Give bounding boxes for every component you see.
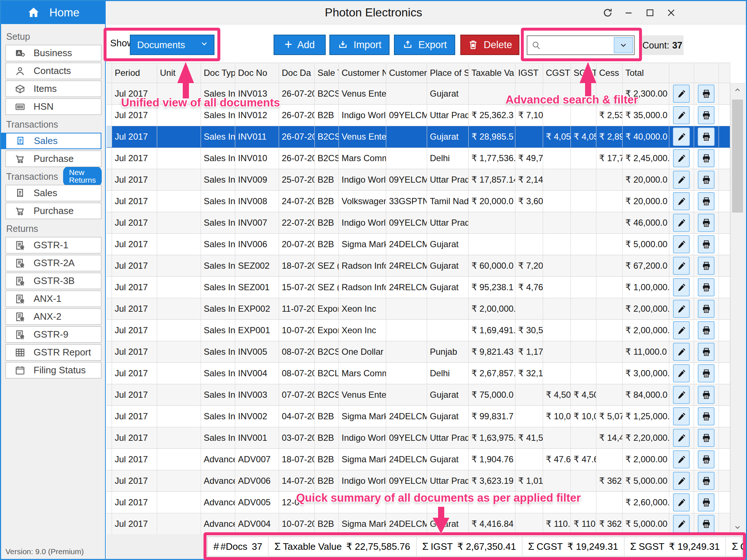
table-row[interactable]: Jul 2017Sales InvINV01026-07-20B2CSMars … [107,148,730,169]
edit-row-button[interactable] [673,321,690,339]
sidebar-item-gstr-9[interactable]: GSTR-9 [5,326,101,343]
print-row-button[interactable] [698,472,715,490]
column-header-period[interactable]: Period [112,63,157,83]
edit-row-button[interactable] [673,106,690,124]
sidebar-item-items[interactable]: Items [5,81,101,97]
print-row-button[interactable] [698,407,715,425]
print-row-button[interactable] [698,235,715,253]
print-row-button[interactable] [698,493,715,512]
sidebar-item-filing-status[interactable]: Filing Status [5,362,101,378]
print-row-button[interactable] [698,429,715,447]
print-row-button[interactable] [698,278,715,296]
print-row-button[interactable] [698,515,715,533]
column-header-cess[interactable]: Cess [596,63,622,83]
table-row[interactable]: Jul 2017Sales InvINV00722-07-20B2BIndigo… [107,212,730,234]
column-header-customer-gstin[interactable]: Customer [386,63,427,83]
table-row[interactable]: Jul 2017Sales InvEXP00110-07-20ExportXeo… [107,320,730,341]
table-row[interactable]: Jul 2017AdvanceADV00410-07-20B2BSigma Ma… [107,513,730,534]
table-row[interactable]: Jul 2017Sales InvINV00307-07-20B2CSVenus… [107,384,730,406]
edit-row-button[interactable] [673,472,690,490]
print-row-button[interactable] [698,364,715,382]
edit-row-button[interactable] [673,85,690,103]
sidebar-item-sales[interactable]: Sales [5,133,101,149]
print-row-button[interactable] [698,321,715,339]
sidebar-item-contacts[interactable]: Contacts [5,63,101,79]
table-row[interactable]: Jul 2017Sales InvINV00204-07-20B2BSigma … [107,406,730,427]
column-header-total[interactable]: Total [622,63,669,83]
print-row-button[interactable] [698,300,715,318]
edit-row-button[interactable] [673,128,690,146]
print-row-button[interactable] [698,450,715,468]
edit-row-button[interactable] [673,214,690,232]
table-row[interactable]: Jul 2017Sales InvINV00408-07-20B2CLMars … [107,363,730,384]
edit-row-button[interactable] [673,364,690,382]
edit-row-button[interactable] [673,493,690,512]
search-filter-dropdown-button[interactable] [614,37,633,53]
sidebar-item-gstr-1[interactable]: GSTR-1 [5,237,101,253]
refresh-icon[interactable] [600,5,615,20]
edit-row-button[interactable] [673,450,690,468]
edit-row-button[interactable] [673,171,690,189]
table-row[interactable]: Jul 2017Sales InvINV00620-07-20B2BSigma … [107,234,730,255]
table-row[interactable]: Jul 2017Sales InvINV00925-07-20B2BIndigo… [107,169,730,191]
show-documents-dropdown[interactable]: Documents [130,35,214,55]
import-button[interactable]: Import [329,35,390,55]
column-header-doc-type[interactable]: Doc Typ [201,63,235,83]
table-row[interactable]: Jul 2017Sales InvEXP00211-07-20ExportXeo… [107,298,730,320]
column-header-igst[interactable]: IGST [515,63,543,83]
edit-row-button[interactable] [673,429,690,447]
column-header-place-of-supply[interactable]: Place of S [427,63,468,83]
column-header-doc-date[interactable]: Doc Da [279,63,314,83]
print-row-button[interactable] [698,192,715,210]
sidebar-item-gstr-3b[interactable]: GSTR-3B [5,273,101,289]
print-row-button[interactable] [698,214,715,232]
minimize-icon[interactable] [622,5,636,20]
export-button[interactable]: Export [394,35,455,55]
sidebar-item-purchase[interactable]: Purchase [5,151,101,167]
scroll-up-icon[interactable] [731,83,744,97]
sidebar-item-gstr-report[interactable]: GSTR Report [5,344,101,361]
column-header-customer-name[interactable]: Customer N [338,63,386,83]
table-row[interactable]: Jul 2017Sales InvINV00103-07-20B2BIndigo… [107,427,730,449]
edit-row-button[interactable] [673,149,690,167]
edit-row-button[interactable] [673,278,690,296]
add-button[interactable]: + Add [274,35,326,55]
sidebar-item-business[interactable]: ABusiness [5,45,101,61]
print-row-button[interactable] [698,149,715,167]
edit-row-button[interactable] [673,300,690,318]
print-row-button[interactable] [698,257,715,275]
sidebar-item-hsn[interactable]: HSN [5,98,101,115]
edit-row-button[interactable] [673,235,690,253]
maximize-icon[interactable] [643,5,657,20]
column-header-sale-type[interactable]: Sale T [314,63,338,83]
column-header-cgst[interactable]: CGST [543,63,570,83]
print-row-button[interactable] [698,128,715,146]
sidebar-item-gstr-2a[interactable]: GSTR-2A [5,255,101,271]
print-row-button[interactable] [698,106,715,124]
table-row[interactable]: Jul 2017Sales InvINV00508-07-20B2CSOne D… [107,341,730,363]
table-row[interactable]: Jul 2017Sales InvINV00824-07-20B2BVolksw… [107,191,730,212]
scroll-down-icon[interactable] [731,521,744,534]
column-header-doc-no[interactable]: Doc No [235,63,279,83]
sidebar-item-anx-1[interactable]: ANX-1 [5,291,101,307]
table-row[interactable]: Jul 2017AdvanceADV00718-07-20B2BSigma Ma… [107,449,730,470]
delete-button[interactable]: Delete [460,35,519,55]
sidebar-item-sales[interactable]: Sales [5,185,101,201]
sidebar-item-anx-2[interactable]: ANX-2 [5,308,101,325]
search-input[interactable] [541,40,614,50]
edit-row-button[interactable] [673,515,690,533]
edit-row-button[interactable] [673,386,690,404]
sidebar-item-purchase[interactable]: Purchase [5,203,101,219]
table-row[interactable]: Jul 2017AdvanceADV00614-07-20B2BIndigo W… [107,470,730,492]
print-row-button[interactable] [698,85,715,103]
vertical-scrollbar[interactable] [730,83,745,534]
table-row[interactable]: Jul 2017Sales InvSEZ00115-07-20SEZ (wRad… [107,277,730,298]
print-row-button[interactable] [698,386,715,404]
edit-row-button[interactable] [673,407,690,425]
edit-row-button[interactable] [673,192,690,210]
sidebar-item-home[interactable]: Home [1,1,105,24]
print-row-button[interactable] [698,343,715,361]
edit-row-button[interactable] [673,257,690,275]
edit-row-button[interactable] [673,343,690,361]
column-header-taxable-value[interactable]: Taxable Va [468,63,515,83]
